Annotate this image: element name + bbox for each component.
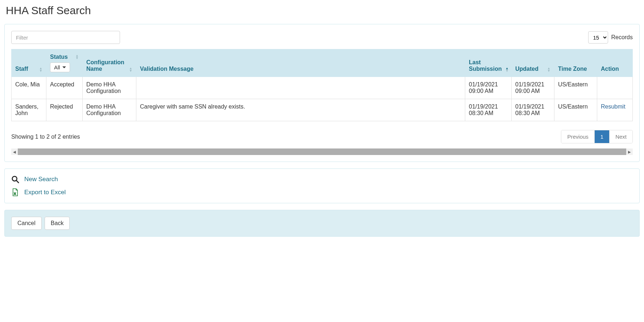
sort-icon: ▲▼ [129,67,132,72]
cell-action: Resubmit [597,99,633,121]
back-button[interactable]: Back [45,217,70,230]
sort-icon: ▲▼ [39,67,42,72]
cell-validation [136,77,465,99]
actions-panel: New Search x Export to Excel [4,168,640,203]
export-excel-link[interactable]: Export to Excel [24,189,66,196]
horizontal-scrollbar[interactable]: ◀ ▶ [11,148,633,155]
col-last-submission-label: Last Submission [469,59,502,72]
col-config[interactable]: Configuration Name ▲▼ [83,49,136,77]
excel-file-icon: x [11,188,19,196]
cell-validation: Caregiver with same SSN already exists. [136,99,465,121]
cell-staff: Sanders, John [12,99,46,121]
col-validation-label: Validation Message [140,66,194,72]
svg-text:x: x [14,192,16,195]
scroll-right-icon[interactable]: ▶ [626,148,633,155]
results-table: Staff ▲▼ Status ▲▼ All [11,49,633,121]
cell-last-submission: 01/19/2021 08:30 AM [465,99,512,121]
cancel-button[interactable]: Cancel [11,217,42,230]
cell-status: Accepted [46,77,83,99]
new-search-action[interactable]: New Search [11,175,633,183]
new-search-link[interactable]: New Search [24,176,58,183]
records-label: Records [611,34,633,41]
cell-updated: 01/19/2021 09:00 AM [512,77,554,99]
status-filter-value: All [54,64,60,70]
table-row: Sanders, John Rejected Demo HHA Configur… [12,99,633,121]
status-filter-dropdown[interactable]: All [50,62,70,72]
cell-config: Demo HHA Configuration [83,99,136,121]
next-button[interactable]: Next [609,130,632,143]
table-row: Cole, Mia Accepted Demo HHA Configuratio… [12,77,633,99]
col-updated-label: Updated [515,66,538,72]
cell-action [597,77,633,99]
sort-icon: ▲▼ [75,54,79,60]
scroll-thumb[interactable] [18,148,626,155]
cell-config: Demo HHA Configuration [83,77,136,99]
col-last-submission[interactable]: Last Submission ▲▼ [465,49,512,77]
sort-icon: ▲▼ [505,67,509,72]
col-timezone-label: Time Zone [558,66,587,72]
col-updated[interactable]: Updated ▲▼ [512,49,554,77]
search-icon [11,175,19,183]
col-validation[interactable]: Validation Message [136,49,465,77]
caret-down-icon [62,66,66,68]
page-title: HHA Staff Search [6,4,640,17]
cell-status: Rejected [46,99,83,121]
records-wrap: 15 Records [588,31,633,44]
col-action: Action [597,49,633,77]
cell-timezone: US/Eastern [554,77,597,99]
svg-line-1 [16,180,18,183]
table-header-row: Staff ▲▼ Status ▲▼ All [12,49,633,77]
previous-button[interactable]: Previous [561,130,594,143]
col-config-label: Configuration Name [86,59,125,72]
table-footer: Showing 1 to 2 of 2 entries Previous 1 N… [11,130,633,143]
col-status[interactable]: Status ▲▼ All [46,49,83,77]
pagination: Previous 1 Next [561,130,633,143]
showing-text: Showing 1 to 2 of 2 entries [11,134,80,140]
sort-icon: ▲▼ [547,67,550,72]
resubmit-link[interactable]: Resubmit [601,103,626,110]
page-1-button[interactable]: 1 [594,130,609,143]
records-select[interactable]: 15 [588,31,608,44]
cell-timezone: US/Eastern [554,99,597,121]
cell-staff: Cole, Mia [12,77,46,99]
toolbar: 15 Records [11,31,633,44]
footer-panel: Cancel Back [4,210,640,237]
cell-updated: 01/19/2021 08:30 AM [512,99,554,121]
cell-last-submission: 01/19/2021 09:00 AM [465,77,512,99]
results-panel: 15 Records Staff ▲▼ Status [4,24,640,162]
scroll-left-icon[interactable]: ◀ [11,148,18,155]
filter-input[interactable] [11,31,120,44]
col-action-label: Action [601,66,619,72]
col-timezone[interactable]: Time Zone [554,49,597,77]
col-staff[interactable]: Staff ▲▼ [12,49,46,77]
export-excel-action[interactable]: x Export to Excel [11,188,633,196]
col-status-label: Status [50,54,68,60]
col-staff-label: Staff [15,66,28,72]
